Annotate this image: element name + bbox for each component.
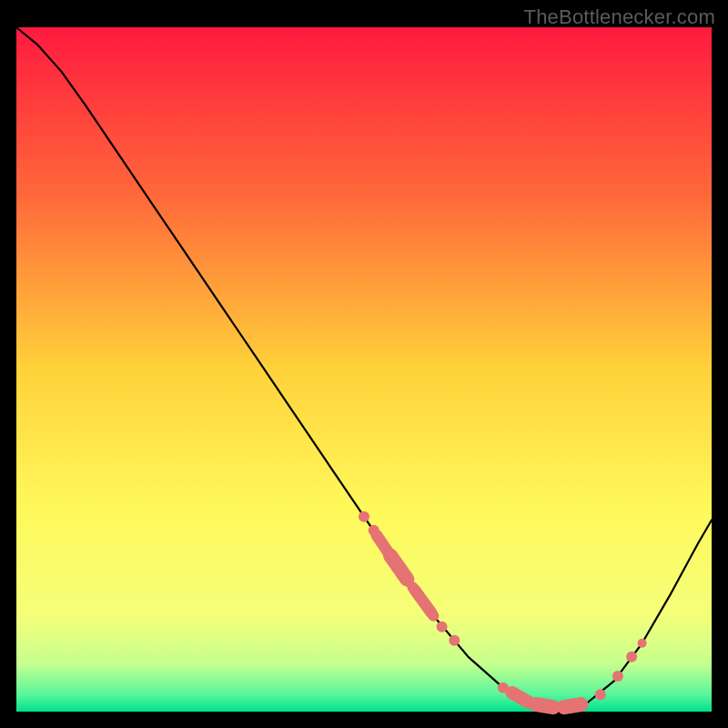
data-marker: [437, 622, 448, 632]
chart-svg: [0, 0, 728, 728]
data-marker: [612, 671, 623, 682]
data-marker: [638, 639, 647, 648]
data-marker: [536, 704, 552, 707]
data-marker: [512, 693, 529, 702]
plot-background: [16, 27, 712, 712]
data-marker: [595, 689, 606, 700]
data-marker: [626, 652, 637, 662]
data-marker: [449, 635, 460, 646]
chart-container: TheBottlenecker.com: [0, 0, 728, 728]
attribution-label: TheBottlenecker.com: [524, 5, 715, 29]
data-marker: [564, 704, 581, 707]
data-marker: [359, 511, 369, 522]
data-marker: [428, 611, 439, 622]
